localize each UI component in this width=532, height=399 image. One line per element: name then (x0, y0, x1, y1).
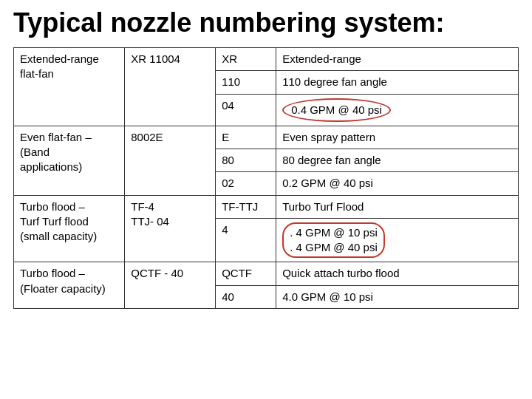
cell-80-desc: 80 degree fan angle (276, 149, 519, 172)
cell-extended-range-desc: Extended-range (276, 48, 519, 71)
page-title: Typical nozzle numbering system: (13, 7, 519, 38)
cell-even-flatfan-label: Even flat-fan –(Bandapplications) (14, 126, 125, 195)
cell-e-desc: Even spray pattern (276, 126, 519, 149)
cell-floater-label: Turbo flood –(Floater capacity) (14, 262, 125, 309)
page: Typical nozzle numbering system: Extende… (0, 0, 532, 399)
cell-40: 40 (216, 285, 276, 308)
cell-4: 4 (216, 218, 276, 262)
circled-04-desc: 0.4 GPM @ 40 psi (282, 98, 391, 122)
table-row: Extended-rangeflat-fan XR 11004 XR Exten… (14, 48, 519, 71)
cell-8002e: 8002E (125, 126, 216, 195)
cell-xr: XR (216, 48, 276, 71)
cell-04-desc: 0.4 GPM @ 40 psi (276, 94, 519, 126)
cell-turbo-turf-flood: Turbo Turf Flood (276, 195, 519, 218)
cell-qctf: QCTF (216, 262, 276, 285)
cell-04: 04 (216, 94, 276, 126)
cell-4-desc: . 4 GPM @ 10 psi. 4 GPM @ 40 psi (276, 218, 519, 262)
cell-quick-attach: Quick attach turbo flood (276, 262, 519, 285)
cell-tf-ttj: TF-TTJ (216, 195, 276, 218)
cell-02: 02 (216, 172, 276, 195)
cell-40-desc: 4.0 GPM @ 10 psi (276, 285, 519, 308)
table-row: Turbo flood –(Floater capacity) QCTF - 4… (14, 262, 519, 285)
cell-xr11004: XR 11004 (125, 48, 216, 126)
cell-e: E (216, 126, 276, 149)
nozzle-table: Extended-rangeflat-fan XR 11004 XR Exten… (13, 47, 519, 309)
cell-turbo-flood-label: Turbo flood –Turf Turf flood(small capac… (14, 195, 125, 262)
cell-80: 80 (216, 149, 276, 172)
cell-qctf40: QCTF - 40 (125, 262, 216, 309)
cell-110: 110 (216, 71, 276, 94)
cell-110-desc: 110 degree fan angle (276, 71, 519, 94)
circled-4-desc: . 4 GPM @ 10 psi. 4 GPM @ 40 psi (282, 222, 385, 259)
cell-02-desc: 0.2 GPM @ 40 psi (276, 172, 519, 195)
cell-tf4-ttj04: TF-4TTJ- 04 (125, 195, 216, 262)
cell-extended-range-label: Extended-rangeflat-fan (14, 48, 125, 126)
table-row: Even flat-fan –(Bandapplications) 8002E … (14, 126, 519, 149)
table-row: Turbo flood –Turf Turf flood(small capac… (14, 195, 519, 218)
